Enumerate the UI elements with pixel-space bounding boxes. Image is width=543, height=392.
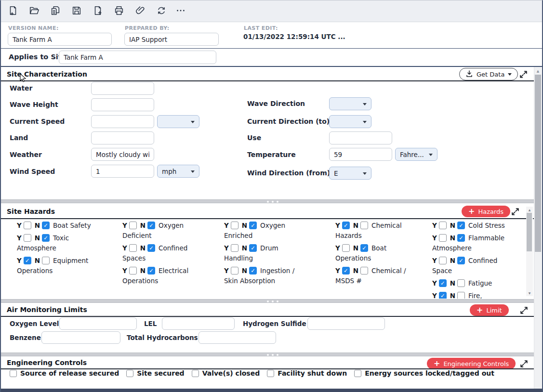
- weather-label: Weather: [10, 151, 42, 158]
- hazard-no-checkbox[interactable]: [42, 222, 50, 229]
- hazard-yes-checkbox[interactable]: [231, 222, 238, 229]
- site-characterization-title: Site Characterization: [7, 70, 87, 78]
- hazard-yes-checkbox[interactable]: [439, 257, 447, 264]
- engineering-control-checkbox[interactable]: [267, 370, 274, 377]
- hazard-no-checkbox[interactable]: [147, 222, 155, 229]
- wind-direction-select[interactable]: E: [329, 167, 371, 180]
- hazard-no-checkbox[interactable]: [249, 222, 257, 229]
- engineering-control-checkbox[interactable]: [354, 370, 361, 377]
- hazard-no-checkbox[interactable]: [457, 292, 465, 299]
- hazard-yes-checkbox[interactable]: [439, 234, 447, 242]
- applies-to-site-input[interactable]: [59, 51, 216, 64]
- hazard-yes-checkbox[interactable]: [24, 257, 31, 264]
- hazard-no-checkbox[interactable]: [147, 267, 155, 274]
- save-as-button[interactable]: [90, 3, 106, 19]
- engineering-control-checkbox[interactable]: [126, 370, 133, 377]
- open-folder-button[interactable]: [26, 3, 42, 19]
- site-hazards-expand-button[interactable]: [510, 207, 520, 217]
- hazards-scrollbar-thumb[interactable]: [527, 213, 532, 251]
- hazard-no-checkbox[interactable]: [457, 257, 465, 264]
- main-scrollbar[interactable]: ▲: [534, 67, 542, 389]
- hazard-yes-checkbox[interactable]: [24, 222, 31, 229]
- wave-height-input[interactable]: [91, 98, 154, 111]
- current-speed-unit-select[interactable]: [157, 115, 199, 128]
- prepared-by-input[interactable]: [124, 33, 219, 46]
- hazard-no-checkbox[interactable]: [42, 257, 50, 264]
- wave-direction-select[interactable]: [329, 97, 371, 110]
- water-input[interactable]: [91, 82, 154, 95]
- copy-document-button[interactable]: [47, 3, 64, 19]
- attachment-button[interactable]: [132, 3, 148, 19]
- hazards-column: YNBoat Safety YNToxic Atmosphere YNEquip…: [17, 221, 113, 278]
- section-resize-handle[interactable]: [1, 199, 534, 203]
- temperature-unit-select[interactable]: Fahre...: [395, 148, 437, 161]
- hazard-yes-checkbox[interactable]: [24, 234, 31, 242]
- hazard-yes-checkbox[interactable]: [342, 222, 350, 229]
- refresh-button[interactable]: [153, 3, 170, 19]
- site-characterization-expand-button[interactable]: [518, 70, 528, 79]
- oxygen-level-input[interactable]: [59, 317, 137, 330]
- benzene-input[interactable]: [41, 331, 120, 344]
- main-scrollbar-thumb[interactable]: [535, 75, 541, 252]
- attachment-icon: [135, 5, 146, 17]
- current-speed-label: Current Speed: [10, 118, 65, 125]
- engineering-control-checkbox[interactable]: [192, 370, 199, 377]
- hazard-yes-checkbox[interactable]: [342, 267, 350, 274]
- use-input[interactable]: [329, 131, 392, 144]
- hazard-no-checkbox[interactable]: [457, 234, 465, 242]
- temperature-input[interactable]: [329, 148, 392, 161]
- hazard-item: YNChemical Hazards: [335, 221, 424, 241]
- add-hazards-button[interactable]: +Hazards: [462, 206, 510, 217]
- wind-speed-unit-select[interactable]: mph: [157, 165, 199, 178]
- hazard-item: YNOxygen Enriched: [224, 221, 328, 241]
- hazard-yes-checkbox[interactable]: [342, 244, 350, 252]
- hazard-no-checkbox[interactable]: [147, 244, 155, 252]
- hazard-yes-checkbox[interactable]: [439, 222, 447, 229]
- hazard-yes-checkbox[interactable]: [129, 222, 137, 229]
- hazard-yes-checkbox[interactable]: [439, 292, 447, 299]
- weather-input[interactable]: [91, 148, 154, 161]
- hazards-scrollbar[interactable]: ▲ ▼: [526, 207, 533, 296]
- current-speed-input[interactable]: [91, 115, 154, 128]
- hazard-no-checkbox[interactable]: [457, 279, 465, 287]
- hazard-no-checkbox[interactable]: [42, 234, 50, 242]
- hazard-no-checkbox[interactable]: [360, 222, 368, 229]
- hazard-no-checkbox[interactable]: [249, 244, 257, 252]
- save-button[interactable]: [68, 3, 85, 19]
- version-name-input[interactable]: [8, 33, 112, 46]
- scroll-up-icon[interactable]: ▲: [526, 208, 533, 211]
- engineering-controls-expand-button[interactable]: [519, 359, 529, 369]
- hazard-no-checkbox[interactable]: [249, 267, 257, 274]
- hazard-yes-checkbox[interactable]: [231, 244, 238, 252]
- print-button[interactable]: [111, 3, 127, 19]
- more-options-icon: [175, 5, 186, 17]
- more-options-button[interactable]: [172, 3, 189, 19]
- hazard-no-checkbox[interactable]: [360, 267, 368, 274]
- add-limit-button[interactable]: +Limit: [470, 304, 509, 316]
- temperature-unit-value: Fahre...: [400, 151, 424, 158]
- air-monitoring-expand-button[interactable]: [519, 306, 529, 315]
- hazard-yes-checkbox[interactable]: [439, 279, 447, 287]
- hazard-no-checkbox[interactable]: [360, 244, 368, 252]
- scroll-down-icon[interactable]: ▼: [526, 291, 533, 295]
- get-data-button[interactable]: Get Data: [459, 68, 518, 80]
- add-engineering-controls-button[interactable]: +Engineering Controls: [427, 358, 516, 369]
- engineering-controls-title: Engineering Controls: [7, 359, 87, 366]
- total-hydrocarbons-input[interactable]: [199, 331, 276, 344]
- hazard-yes-checkbox[interactable]: [129, 244, 137, 252]
- current-direction-select[interactable]: [329, 115, 371, 128]
- hazard-no-checkbox[interactable]: [457, 222, 465, 229]
- scroll-up-icon[interactable]: ▲: [534, 69, 542, 73]
- new-document-button[interactable]: [5, 3, 21, 19]
- section-resize-handle[interactable]: [1, 353, 534, 356]
- hydrogen-sulfide-input[interactable]: [307, 317, 385, 330]
- last-edit-value: 01/13/2022 12:59:14 UTC ...: [243, 33, 345, 40]
- engineering-control-checkbox[interactable]: [10, 370, 17, 377]
- lel-input[interactable]: [162, 317, 235, 330]
- hazard-yes-checkbox[interactable]: [231, 267, 238, 274]
- hazard-yes-checkbox[interactable]: [129, 267, 137, 274]
- land-input[interactable]: [91, 131, 154, 144]
- yes-label: Y: [335, 267, 340, 274]
- wind-speed-input[interactable]: [91, 165, 154, 178]
- section-resize-handle[interactable]: [1, 299, 534, 303]
